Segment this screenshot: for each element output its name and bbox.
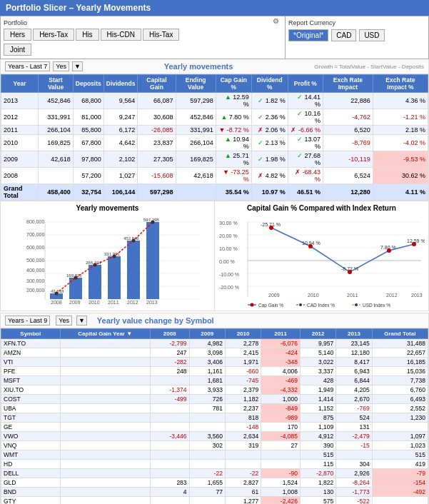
portfolio-filter-icon[interactable]: ⚙ (273, 17, 279, 25)
symbol-cell: 2,670 (336, 395, 372, 404)
svg-rect-27 (127, 241, 140, 299)
svg-text:-25.71 %: -25.71 % (261, 222, 281, 227)
currency-usd-btn[interactable]: USD (359, 29, 384, 41)
currency-original-btn[interactable]: *Original* (288, 29, 328, 41)
portfolio-btn-his[interactable]: His (76, 29, 99, 41)
svg-point-34 (74, 276, 78, 280)
symbol-cell: 2,552 (372, 404, 428, 413)
symbol-cell: 23,145 (336, 339, 372, 348)
portfolio-btn-his-cdn[interactable]: His-CDN (101, 29, 141, 41)
symbol-cell: 1,655 (189, 478, 225, 488)
currency-cad-btn[interactable]: CAD (331, 29, 356, 41)
symbol-cell: -1,374 (150, 385, 189, 395)
symbol-cell: 515 (300, 450, 335, 460)
sym-col-2011: 2011 (261, 329, 301, 339)
portfolio-btn-his-tax[interactable]: His-Tax (143, 29, 179, 41)
capgain-cell: 66,087 (138, 93, 176, 109)
symbol-cell: 170 (261, 423, 301, 432)
symbol-cell (189, 450, 225, 460)
symbol-cell: 3,098 (189, 348, 225, 358)
years-dropdown[interactable]: ▼ (72, 61, 83, 71)
svg-text:7.80 %: 7.80 % (380, 245, 396, 250)
symbol-cell: 1,230 (372, 413, 428, 423)
symbol-cell: VWO (1, 432, 61, 441)
col-start: Start Value (39, 75, 74, 93)
svg-point-79 (251, 303, 254, 307)
symbol-cell (336, 450, 372, 460)
svg-text:CAD Index %: CAD Index % (307, 303, 335, 308)
symbol-cell: 3,337 (300, 367, 335, 376)
symbol-cell: WMT (1, 450, 61, 460)
svg-text:-20.00 %: -20.00 % (219, 285, 239, 290)
col-capgain: Capital Gain (138, 75, 176, 93)
symbol-cell: 61 (225, 488, 261, 497)
symbol-cell: 2,415 (225, 348, 261, 358)
symbol-cell: 575 (300, 497, 335, 505)
page-header: Portfolio Slicer – Yearly Movements (0, 0, 429, 16)
divpct-cell: ✓ 1.82 % (251, 93, 288, 109)
svg-text:400,000: 400,000 (26, 268, 44, 273)
portfolio-btn-joint[interactable]: Joint (4, 44, 31, 56)
portfolio-btn-hers[interactable]: Hers (4, 29, 31, 41)
symbol-cell: -1,773 (336, 488, 372, 497)
col-divpct: Dividend % (251, 75, 288, 93)
symbol-cell: 130 (300, 488, 335, 497)
symbol-yes-toggle[interactable]: Yes (56, 316, 72, 326)
svg-text:-10.00 %: -10.00 % (219, 272, 239, 277)
portfolio-label: Portfolio (4, 19, 282, 26)
sym-col-2013: 2013 (336, 329, 372, 339)
portfolio-btn-hers-tax[interactable]: Hers-Tax (33, 29, 74, 41)
yes-toggle[interactable]: Yes (53, 61, 69, 71)
symbol-cell (60, 404, 150, 413)
col-ending: Ending Value (176, 75, 216, 93)
symbol-cell: -4,085 (261, 432, 301, 441)
svg-text:Cap Gain %: Cap Gain % (258, 303, 283, 308)
grand-total-row: Grand Total458,40032,754106,144597,298 3… (1, 184, 428, 201)
symbol-cell: 6,760 (372, 385, 428, 395)
symbol-cell: -22 (189, 469, 225, 478)
symbol-cell: -989 (261, 413, 301, 423)
symbol-cell: 390 (300, 441, 335, 450)
symbol-cell: 1,277 (225, 497, 261, 505)
svg-point-33 (55, 292, 59, 296)
profitpct-cell: ✓ 14.41 % (288, 93, 323, 109)
col-profitpct: Profit % (288, 75, 323, 93)
svg-text:2011: 2011 (108, 300, 119, 305)
symbol-cell: -424 (261, 348, 301, 358)
svg-point-37 (132, 239, 136, 243)
symbol-cell: 524 (336, 413, 372, 423)
symbol-cell: AMZN (1, 348, 61, 358)
line-chart: 30.00 % 20.00 % 10.00 % 0.00 % -10.00 % … (218, 215, 425, 308)
line-chart-title: Capital Gain % Compared with Index Retur… (218, 204, 425, 212)
table-row: 2012331,99181,0009,24730,608452,846 ▲ 7.… (1, 109, 428, 126)
symbol-cell (150, 450, 189, 460)
symbol-cell (60, 432, 150, 441)
symbol-cell: DELL (1, 469, 61, 478)
col-year: Year (1, 75, 39, 93)
sym-col-2012: 2012 (300, 329, 335, 339)
symbol-cell: 3,406 (189, 358, 225, 367)
symbol-cell: 4 (150, 488, 189, 497)
capgainpct-cell: ▲ 12.59 % (216, 93, 251, 109)
svg-text:331,991: 331,991 (104, 252, 120, 256)
exchpct-cell: 4.36 % (373, 93, 428, 109)
symbol-cell: 131 (336, 423, 372, 432)
symbol-cell: 2,237 (225, 404, 261, 413)
symbol-cell (60, 395, 150, 404)
svg-text:452,846: 452,846 (123, 236, 139, 241)
symbol-cell: 419 (372, 460, 428, 469)
symbol-cell (150, 376, 189, 385)
symbol-cell (150, 423, 189, 432)
symbol-cell: 77 (189, 488, 225, 497)
svg-text:-8.72 %: -8.72 % (341, 266, 358, 271)
symbol-cell (60, 450, 150, 460)
symbol-cell (60, 497, 150, 505)
symbol-cell (261, 450, 301, 460)
symbol-dropdown[interactable]: ▼ (76, 316, 87, 326)
col-dividends: Dividends (104, 75, 138, 93)
symbol-cell: 1,023 (372, 441, 428, 450)
symbol-cell: 6,943 (336, 367, 372, 376)
symbol-cell: VNQ (1, 441, 61, 450)
currency-label: Report Currency (288, 19, 425, 26)
symbol-cell (189, 497, 225, 505)
